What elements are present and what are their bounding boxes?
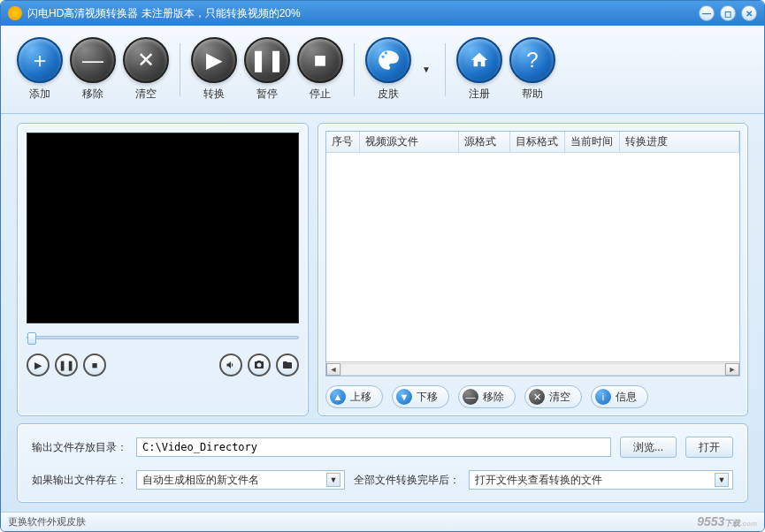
col-dstfmt[interactable]: 目标格式 [510,132,565,152]
seek-thumb[interactable] [27,332,36,345]
info-button[interactable]: i信息 [591,385,648,408]
col-index[interactable]: 序号 [326,132,360,152]
help-button[interactable]: ? 帮助 [509,37,555,102]
arrow-down-icon: ▼ [396,389,412,405]
pause-icon: ❚❚ [244,37,290,83]
preview-panel: ▶ ❚❚ ■ [17,123,309,416]
after-done-label: 全部文件转换完毕后： [354,473,460,488]
col-srcfmt[interactable]: 源格式 [459,132,510,152]
if-exists-select[interactable]: 自动生成相应的新文件名 ▼ [136,470,345,490]
output-dir-row: 输出文件存放目录： 浏览... 打开 [32,437,733,458]
browse-button[interactable]: 浏览... [620,437,677,458]
open-folder-button[interactable] [276,353,299,376]
add-button[interactable]: ＋ 添加 [17,37,63,102]
list-remove-button[interactable]: —移除 [458,385,516,408]
after-done-select[interactable]: 打开文件夹查看转换的文件 ▼ [469,470,733,490]
app-icon [8,6,22,20]
player-controls: ▶ ❚❚ ■ [27,353,299,376]
seek-slider-row [27,331,299,345]
status-text: 更换软件外观皮肤 [8,515,86,528]
table-header: 序号 视频源文件 源格式 目标格式 当前时间 转换进度 [326,132,739,153]
clear-button[interactable]: ✕ 清空 [123,37,169,102]
arrow-up-icon: ▲ [330,389,346,405]
question-icon: ? [509,37,555,83]
skin-button[interactable]: 皮肤 [365,37,411,102]
minus-icon: — [463,389,478,405]
move-down-button[interactable]: ▼下移 [392,385,449,408]
x-icon: ✕ [529,389,545,405]
video-preview[interactable] [27,133,299,323]
separator [445,43,446,96]
separator [354,43,355,96]
remove-button[interactable]: — 移除 [70,37,116,102]
open-button[interactable]: 打开 [685,437,733,458]
play-icon: ▶ [191,37,237,83]
register-button[interactable]: 注册 [456,37,502,102]
maximize-button[interactable]: ◻ [720,5,736,21]
skin-icon [365,37,411,83]
table-body[interactable] [326,153,739,361]
toolbar: ＋ 添加 — 移除 ✕ 清空 ▶ 转换 ❚❚ 暂停 ■ 停止 皮肤 ▼ [1,26,764,114]
chevron-down-icon: ▼ [326,473,340,487]
stop-button[interactable]: ■ 停止 [297,37,343,102]
scroll-track[interactable] [340,363,725,376]
file-list-panel: 序号 视频源文件 源格式 目标格式 当前时间 转换进度 ◄ ► ▲上移 ▼下移 … [317,123,748,416]
output-dir-input[interactable] [136,437,611,457]
separator [180,43,180,96]
x-icon: ✕ [123,37,169,83]
titlebar[interactable]: 闪电HD高清视频转换器 未注册版本，只能转换视频的20% — ◻ ✕ [1,1,764,26]
close-button[interactable]: ✕ [741,5,757,21]
main-area: ▶ ❚❚ ■ 序号 视频源文件 源格式 目标格式 当前时间 转换进度 [1,114,764,423]
stop-icon: ■ [297,37,343,83]
home-icon [456,37,502,83]
app-window: 闪电HD高清视频转换器 未注册版本，只能转换视频的20% — ◻ ✕ ＋ 添加 … [0,0,765,532]
list-actions: ▲上移 ▼下移 —移除 ✕清空 i信息 [325,385,740,408]
player-stop-button[interactable]: ■ [83,353,106,376]
col-time[interactable]: 当前时间 [565,132,620,152]
col-source[interactable]: 视频源文件 [360,132,459,152]
statusbar: 更换软件外观皮肤 9553下载.com [1,512,764,531]
volume-button[interactable] [219,353,242,376]
player-play-button[interactable]: ▶ [27,353,50,376]
skin-dropdown-arrow[interactable]: ▼ [422,65,431,74]
col-progress[interactable]: 转换进度 [620,132,739,152]
convert-button[interactable]: ▶ 转换 [191,37,237,102]
plus-icon: ＋ [17,37,63,83]
window-title: 闪电HD高清视频转换器 未注册版本，只能转换视频的20% [27,6,301,21]
output-settings-panel: 输出文件存放目录： 浏览... 打开 如果输出文件存在： 自动生成相应的新文件名… [17,423,748,503]
output-dir-label: 输出文件存放目录： [32,440,127,455]
options-row: 如果输出文件存在： 自动生成相应的新文件名 ▼ 全部文件转换完毕后： 打开文件夹… [32,470,733,490]
if-exists-label: 如果输出文件存在： [32,473,127,488]
minimize-button[interactable]: — [699,5,715,21]
file-table[interactable]: 序号 视频源文件 源格式 目标格式 当前时间 转换进度 ◄ ► [325,131,740,376]
scroll-left-arrow[interactable]: ◄ [326,363,340,376]
horizontal-scrollbar[interactable]: ◄ ► [326,361,739,376]
snapshot-button[interactable] [248,353,271,376]
list-clear-button[interactable]: ✕清空 [524,385,582,408]
scroll-right-arrow[interactable]: ► [725,363,739,376]
seek-slider[interactable] [27,336,299,339]
watermark: 9553下载.com [697,514,757,529]
player-pause-button[interactable]: ❚❚ [55,353,78,376]
pause-button[interactable]: ❚❚ 暂停 [244,37,290,102]
info-icon: i [595,389,611,405]
move-up-button[interactable]: ▲上移 [325,385,383,408]
minus-icon: — [70,37,116,83]
chevron-down-icon: ▼ [715,473,729,487]
